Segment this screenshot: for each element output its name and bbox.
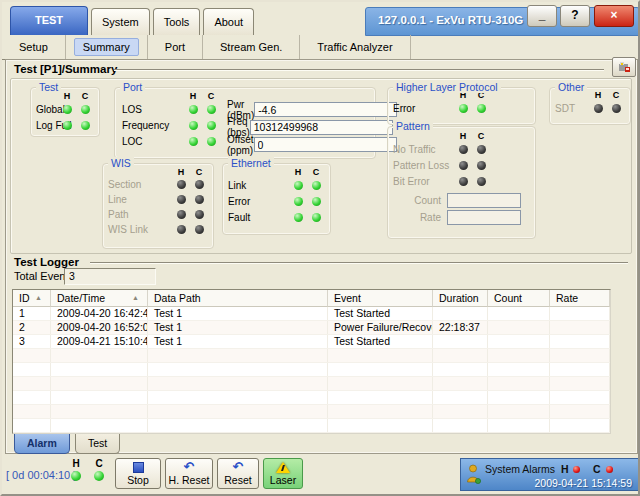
table-row-empty (13, 363, 610, 377)
h-col-label: H (561, 463, 569, 475)
other-group-title: Other (555, 81, 587, 93)
laser-button[interactable]: Laser (263, 458, 303, 489)
test-logger-rule (90, 262, 628, 264)
system-alarms-label: System Alarms (485, 463, 555, 475)
ethernet-group: Ethernet HC Link Error Fault (222, 163, 331, 235)
close-button[interactable]: × (594, 5, 634, 27)
status-led (177, 225, 186, 234)
history-reset-button[interactable]: H. Reset (165, 458, 213, 489)
col-header-id[interactable]: ID▲ (13, 290, 51, 307)
subtab-label: Stream Gen. (211, 38, 291, 56)
status-led (477, 177, 486, 186)
h-col-label: H (184, 91, 202, 101)
status-row: Line (103, 192, 213, 207)
hlp-group-title: Higher Layer Protocol (393, 81, 501, 93)
reset-button[interactable]: Reset (217, 458, 259, 489)
field-row: Count (388, 192, 521, 209)
status-led (294, 181, 303, 190)
col-header-label: Data Path (154, 292, 201, 304)
status-row: Log Full (31, 117, 99, 133)
freq-field[interactable] (250, 120, 393, 135)
report-tool-icon (618, 61, 631, 73)
status-led (189, 105, 198, 114)
col-header-event[interactable]: Event (328, 290, 433, 307)
table-row[interactable]: 22009-04-20 16:52:09Test 1Power Failure/… (13, 321, 610, 335)
report-button[interactable] (612, 57, 636, 77)
subtab-port[interactable]: Port (148, 35, 203, 59)
col-header-duration[interactable]: Duration (433, 290, 488, 307)
subtab-traffic-analyzer[interactable]: Traffic Analyzer (300, 35, 410, 59)
col-header-rate[interactable]: Rate (550, 290, 610, 307)
status-row: Frequency (117, 117, 225, 133)
subtab-stream-gen[interactable]: Stream Gen. (203, 35, 300, 59)
status-led (459, 104, 468, 113)
table-row[interactable]: 12009-04-20 16:42:48Test 1Test Started (13, 307, 610, 321)
system-alarms-panel[interactable]: System Alarms H C 2009-04-21 15:14:59 (460, 458, 639, 491)
status-led (459, 161, 468, 170)
c-col-label: C (593, 463, 601, 475)
offset-field[interactable] (254, 137, 397, 152)
laser-button-label: Laser (270, 474, 296, 486)
help-button[interactable]: ? (560, 5, 590, 27)
c-col-label: C (472, 131, 490, 141)
status-led (195, 210, 204, 219)
status-row: WIS Link (103, 222, 213, 237)
tab-system[interactable]: System (91, 8, 150, 35)
h-col-label: H (454, 131, 472, 141)
bottomtab-test[interactable]: Test (75, 434, 120, 454)
status-led (177, 195, 186, 204)
status-row: Link (223, 177, 330, 193)
status-led (459, 145, 468, 154)
col-header-datetime[interactable]: Date/Time▲ (51, 290, 148, 307)
row-label: No Traffic (393, 144, 454, 155)
col-header-label: Date/Time (57, 292, 105, 304)
subtab-label: Summary (74, 38, 139, 56)
row-label: LOS (122, 104, 184, 115)
tab-about[interactable]: About (203, 8, 254, 35)
col-header-label: Event (334, 292, 361, 304)
col-header-datapath[interactable]: Data Path (148, 290, 328, 307)
field-row: Rate (388, 209, 521, 226)
pattern-group-title: Pattern (393, 120, 433, 132)
row-label: Frequency (122, 120, 184, 131)
status-led (189, 121, 198, 130)
minimize-button[interactable]: _ (527, 5, 557, 27)
status-led (594, 104, 603, 113)
tab-test[interactable]: TEST (10, 6, 88, 35)
status-row: Fault (223, 209, 330, 225)
status-led (63, 105, 72, 114)
h-col-label: H (589, 90, 607, 100)
pwr-field[interactable] (254, 102, 397, 117)
tab-tools[interactable]: Tools (153, 8, 201, 35)
bottomtab-alarm[interactable]: Alarm (14, 434, 70, 454)
reset-button-label: Reset (224, 474, 251, 486)
subtab-label: Port (156, 38, 194, 56)
count-field[interactable] (447, 193, 521, 208)
status-row: Bit Error (388, 173, 495, 189)
c-col-label: C (607, 90, 625, 100)
c-col-label: C (307, 167, 325, 177)
h-col-label: H (70, 458, 82, 469)
stop-icon (133, 462, 144, 473)
title-rule (114, 69, 604, 71)
status-led (94, 471, 104, 481)
ethernet-group-title: Ethernet (228, 157, 274, 169)
sub-tab-bar: Setup Summary Port Stream Gen. Traffic A… (2, 35, 638, 60)
status-led (477, 104, 486, 113)
table-row-empty (13, 349, 610, 363)
status-led (294, 213, 303, 222)
status-led (312, 181, 321, 190)
subtab-summary[interactable]: Summary (66, 35, 148, 59)
table-row[interactable]: 32009-04-21 15:10:49Test 1Test Started (13, 335, 610, 349)
row-label: Error (393, 103, 454, 114)
row-label: Bit Error (393, 176, 454, 187)
rate-label: Rate (420, 212, 441, 223)
stop-button[interactable]: Stop (115, 458, 161, 489)
col-header-count[interactable]: Count (488, 290, 550, 307)
status-led (294, 197, 303, 206)
rate-field[interactable] (447, 210, 521, 225)
sort-asc-icon: ▲ (132, 290, 139, 306)
sort-asc-icon: ▲ (35, 290, 42, 306)
subtab-setup[interactable]: Setup (2, 35, 66, 59)
status-led (312, 213, 321, 222)
